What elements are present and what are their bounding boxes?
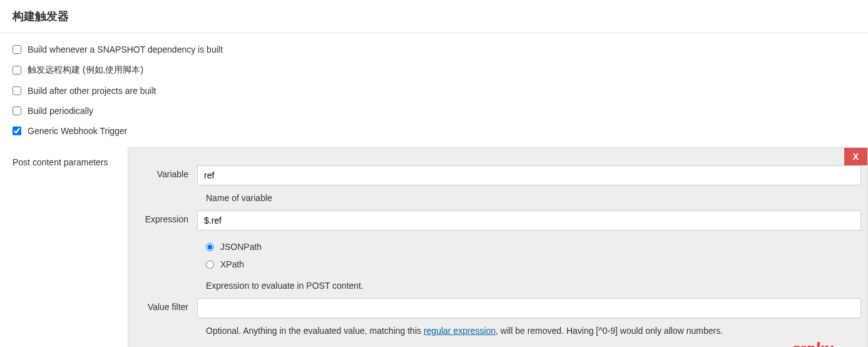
help-value-filter: Optional. Anything in the evaluated valu… [135,322,861,339]
checkbox-snapshot[interactable] [13,45,21,54]
row-expression: Expression [135,207,861,234]
label-generic-webhook: Generic Webhook Trigger [28,126,127,136]
trigger-generic-webhook[interactable]: Generic Webhook Trigger [13,121,868,141]
checkbox-generic-webhook[interactable] [13,127,21,135]
label-xpath: XPath [220,259,244,269]
trigger-periodically[interactable]: Build periodically [13,101,868,121]
label-value-filter: Value filter [135,298,197,318]
label-jsonpath: JSONPath [220,242,262,252]
close-button[interactable]: X [844,148,867,165]
radio-jsonpath-row[interactable]: JSONPath [206,238,861,256]
help-value-filter-2: , will be removed. Having [^0-9] would o… [496,326,723,336]
watermark-brand1: aspku [791,338,834,347]
label-periodically: Build periodically [28,106,93,116]
trigger-snapshot[interactable]: Build whenever a SNAPSHOT dependency is … [13,39,868,60]
label-expression: Expression [135,210,197,230]
watermark-brand2: .com [834,341,861,347]
trigger-after-projects[interactable]: Build after other projects are built [13,81,868,101]
input-variable[interactable] [197,165,861,185]
regular-expression-link[interactable]: regular expression [424,326,496,336]
radio-jsonpath[interactable] [206,243,214,251]
checkbox-periodically[interactable] [13,106,21,115]
params-section-label: Post content parameters [13,147,128,347]
row-value-filter: Value filter [135,294,861,322]
post-content-parameters: Post content parameters X Variable Name … [0,147,868,347]
trigger-list: Build whenever a SNAPSHOT dependency is … [0,33,868,147]
help-value-filter-1: Optional. Anything in the evaluated valu… [206,326,424,336]
row-variable: Variable [135,148,861,189]
radio-xpath[interactable] [206,261,214,269]
checkbox-after-projects[interactable] [13,86,21,95]
help-variable: Name of variable [135,189,861,207]
input-value-filter[interactable] [197,298,861,318]
expression-type-group: JSONPath XPath [135,234,861,277]
watermark: aspku.com 免费网站源码下载站! [791,338,861,347]
label-variable: Variable [135,165,197,185]
section-title: 构建触发器 [0,0,868,33]
trigger-remote[interactable]: 触发远程构建 (例如,使用脚本) [13,60,868,81]
help-expression: Expression to evaluate in POST content. [135,277,861,294]
label-remote: 触发远程构建 (例如,使用脚本) [28,65,143,76]
label-after-projects: Build after other projects are built [28,86,156,96]
params-box: X Variable Name of variable Expression J… [128,147,868,347]
label-snapshot: Build whenever a SNAPSHOT dependency is … [28,44,223,54]
radio-xpath-row[interactable]: XPath [206,256,861,273]
input-expression[interactable] [197,210,861,230]
checkbox-remote[interactable] [13,66,21,75]
